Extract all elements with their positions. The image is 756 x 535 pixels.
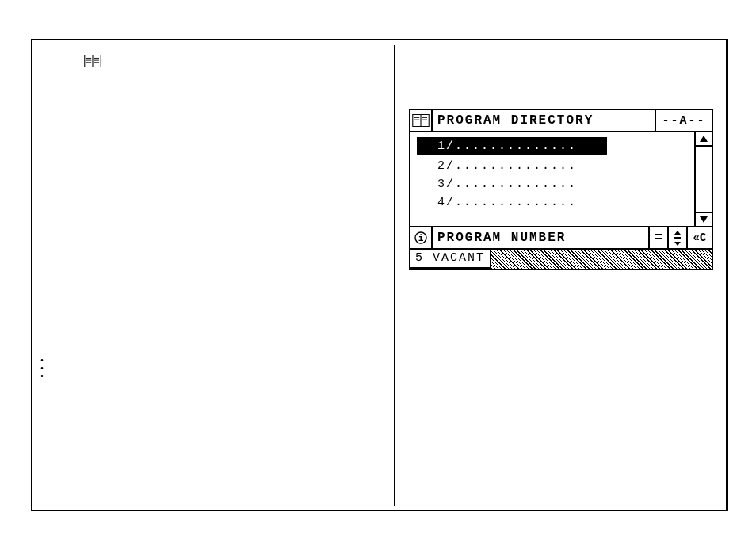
bullet-dots: ••• — [40, 357, 44, 381]
input-label: PROGRAM NUMBER — [433, 227, 650, 248]
spinner[interactable] — [669, 227, 688, 248]
scroll-up-button[interactable] — [696, 132, 712, 147]
list-item[interactable]: 4/.............. — [410, 193, 694, 212]
program-list-body[interactable]: 1/.............. 2/.............. 3/....… — [410, 132, 696, 226]
book-icon — [84, 55, 105, 71]
book-icon — [410, 110, 433, 131]
scroll-down-button[interactable] — [696, 212, 712, 226]
mode-indicator: --A-- — [656, 110, 712, 131]
list-item[interactable]: 2/.............. — [410, 157, 694, 175]
status-row: 5_VACANT — [410, 250, 712, 269]
list-item[interactable]: 1/.............. — [417, 137, 607, 155]
svg-text:i: i — [418, 233, 424, 243]
scrollbar[interactable] — [696, 132, 712, 226]
page-frame: ••• PROGRAM DIRECTORY --A-- — [31, 39, 728, 511]
status-value: 5_VACANT — [410, 250, 491, 269]
scroll-track[interactable] — [696, 147, 712, 212]
right-column: PROGRAM DIRECTORY --A-- 1/..............… — [394, 45, 724, 506]
program-list: 1/.............. 2/.............. 3/....… — [410, 132, 712, 227]
help-icon[interactable]: i — [410, 227, 433, 248]
spinner-down[interactable] — [674, 239, 681, 248]
input-row: i PROGRAM NUMBER = «C — [410, 227, 712, 250]
panel-title: PROGRAM DIRECTORY — [433, 110, 656, 131]
list-item[interactable]: 3/.............. — [410, 175, 694, 193]
equals-button[interactable]: = — [650, 227, 669, 248]
program-directory-panel: PROGRAM DIRECTORY --A-- 1/..............… — [409, 109, 713, 270]
panel-title-row: PROGRAM DIRECTORY --A-- — [410, 110, 712, 132]
spinner-up[interactable] — [674, 227, 681, 239]
clear-button[interactable]: «C — [688, 227, 712, 248]
